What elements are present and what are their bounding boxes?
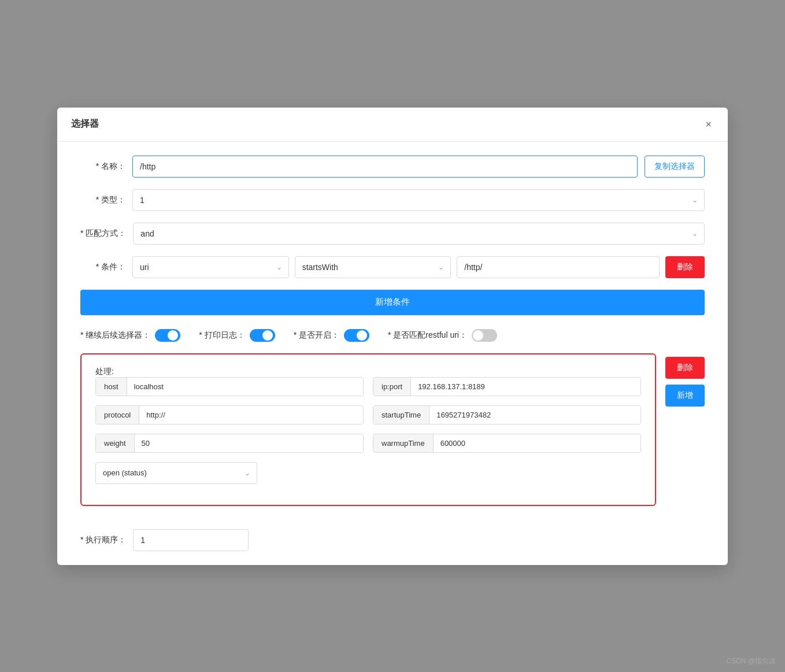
condition-field2-wrap: startsWith endsWith contains equals ⌄ [295,256,451,278]
toggle-restful-switch[interactable] [472,329,497,342]
handler-protocol-key: protocol [96,406,139,424]
type-row: * 类型： 1 2 3 ⌄ [80,189,705,211]
handler-startup-value[interactable] [429,406,640,424]
handler-field-row-1: host ip:port [95,377,641,396]
toggle-continue-label: * 继续后续选择器： [80,330,150,341]
handler-field-row-3: weight warmupTime [95,434,641,453]
exec-order-input[interactable] [133,529,249,551]
exec-order-row: * 执行顺序： [80,529,705,551]
handler-warmup-field: warmupTime [373,434,641,453]
handler-weight-key: weight [96,434,135,452]
handler-delete-button[interactable]: 删除 [665,357,705,379]
handler-weight-value[interactable] [135,434,363,452]
copy-selector-button[interactable]: 复制选择器 [645,156,705,178]
match-row: * 匹配方式： and or ⌄ [80,223,705,245]
toggle-continue-switch[interactable] [155,329,180,342]
toggle-restful-label: * 是否匹配restful uri： [388,330,467,341]
handler-protocol-field: protocol [95,405,364,424]
handler-host-key: host [96,378,127,396]
name-row: * 名称： 复制选择器 [80,156,705,178]
condition-field3-input[interactable] [457,256,660,278]
condition-field2-select[interactable]: startsWith endsWith contains equals [295,256,451,278]
handler-label: 处理: [95,361,114,376]
handler-host-field: host [95,377,364,396]
handler-startup-key: startupTime [373,406,429,424]
modal-header: 选择器 × [57,108,728,142]
toggle-open-switch[interactable] [344,329,369,342]
handler-box: 处理: host ip:port [80,353,656,506]
match-label: * 匹配方式： [80,228,133,239]
close-button[interactable]: × [703,117,714,132]
modal-title: 选择器 [71,118,99,130]
handler-weight-field: weight [95,434,364,453]
condition-label: * 条件： [80,262,132,272]
handler-warmup-value[interactable] [434,434,640,452]
watermark: CSDN @指尖凉 [726,656,776,666]
handler-protocol-value[interactable] [139,406,363,424]
type-select-wrap: 1 2 3 ⌄ [132,189,705,211]
handler-ip-value[interactable] [411,378,640,396]
handler-add-button[interactable]: 新增 [665,385,705,407]
name-input[interactable] [132,156,638,178]
handler-status-row: open (status) close (status) ⌄ [95,462,641,484]
handler-status-select[interactable]: open (status) close (status) [95,462,257,484]
handler-field-row-2: protocol startupTime [95,405,641,424]
condition-field1-select[interactable]: uri method header cookie query [132,256,289,278]
match-select-wrap: and or ⌄ [133,223,705,245]
toggle-continue-item: * 继续后续选择器： [80,329,180,342]
modal-overlay: 选择器 × * 名称： 复制选择器 * 类型： 1 2 3 ⌄ [0,0,785,672]
handler-warmup-key: warmupTime [373,434,434,452]
add-condition-button[interactable]: 新增条件 [80,290,705,315]
handler-action-buttons: 删除 新增 [665,353,705,407]
toggle-print-item: * 打印日志： [199,329,275,342]
condition-row: * 条件： uri method header cookie query ⌄ [80,256,705,278]
modal-body: * 名称： 复制选择器 * 类型： 1 2 3 ⌄ * 匹配方式： [57,142,728,565]
toggle-print-switch[interactable] [250,329,275,342]
type-label: * 类型： [80,195,132,205]
handler-ip-key: ip:port [373,378,411,396]
toggles-row: * 继续后续选择器： * 打印日志： * 是否开启： * 是否匹配restful… [80,329,705,342]
handler-section: 处理: host ip:port [80,353,705,518]
condition-field1-wrap: uri method header cookie query ⌄ [132,256,289,278]
handler-status-select-wrap: open (status) close (status) ⌄ [95,462,257,484]
toggle-restful-item: * 是否匹配restful uri： [388,329,497,342]
exec-order-label: * 执行顺序： [80,535,133,545]
name-label: * 名称： [80,161,132,172]
handler-startup-field: startupTime [373,405,641,424]
match-select[interactable]: and or [133,223,705,245]
modal-dialog: 选择器 × * 名称： 复制选择器 * 类型： 1 2 3 ⌄ [57,108,728,565]
delete-condition-button[interactable]: 删除 [665,256,705,278]
handler-host-value[interactable] [127,378,363,396]
condition-inputs: uri method header cookie query ⌄ startsW… [132,256,705,278]
toggle-print-label: * 打印日志： [199,330,245,341]
toggle-open-label: * 是否开启： [294,330,339,341]
toggle-open-item: * 是否开启： [294,329,369,342]
handler-ip-field: ip:port [373,377,641,396]
type-select[interactable]: 1 2 3 [132,189,705,211]
